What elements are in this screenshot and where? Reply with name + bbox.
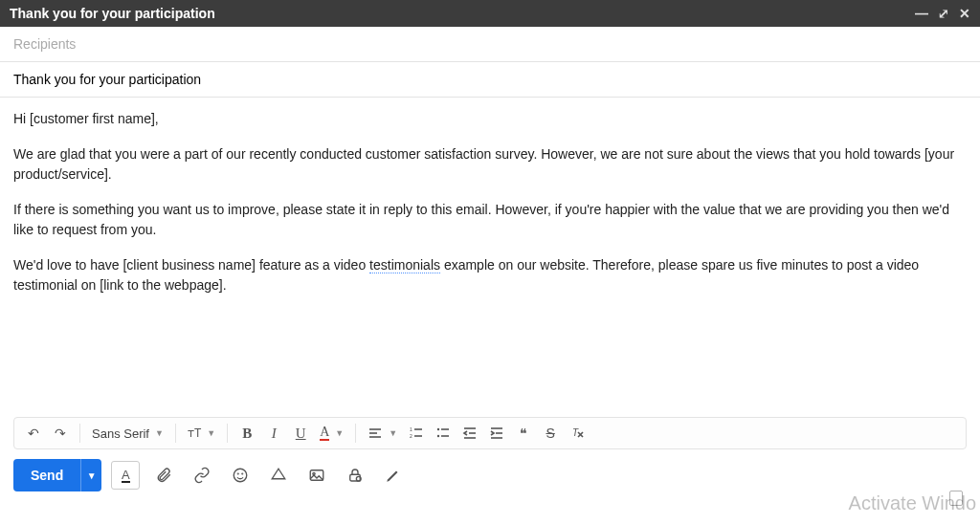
send-more-dropdown[interactable]: ▼ [80, 459, 101, 491]
svg-point-21 [238, 473, 239, 474]
body-paragraph: If there is something you want us to imp… [13, 200, 967, 240]
svg-text:1: 1 [410, 426, 412, 432]
compose-titlebar: Thank you for your participation — ⤢ ✕ [0, 0, 980, 27]
chevron-down-icon: ▼ [389, 428, 397, 438]
recipients-field[interactable]: Recipients [0, 27, 980, 62]
align-icon [368, 426, 383, 441]
numbered-list-button[interactable]: 12 [403, 420, 430, 447]
minimize-icon[interactable]: — [915, 6, 928, 21]
image-icon [308, 467, 325, 484]
attach-file-button[interactable] [149, 461, 178, 490]
redo-button[interactable]: ↷ [47, 420, 74, 447]
subject-field[interactable]: Thank you for your participation [0, 62, 980, 98]
numbered-list-icon: 12 [409, 426, 424, 441]
svg-point-22 [242, 473, 243, 474]
bulleted-list-button[interactable] [430, 420, 457, 447]
align-dropdown[interactable]: ▼ [362, 420, 403, 447]
send-split-button: Send ▼ [13, 459, 101, 491]
email-body[interactable]: Hi [customer first name], We are glad th… [0, 98, 980, 413]
chevron-down-icon: ▼ [155, 428, 164, 438]
paperclip-icon [155, 467, 172, 484]
body-paragraph: We'd love to have [client business name]… [13, 255, 967, 295]
underline-button[interactable]: U [287, 420, 314, 447]
action-bar: Send ▼ A [13, 459, 967, 491]
font-name-label: Sans Serif [92, 426, 149, 441]
svg-point-20 [234, 469, 247, 482]
font-size-dropdown[interactable]: ᴛT ▼ [182, 420, 221, 447]
indent-less-button[interactable] [457, 420, 483, 447]
undo-button[interactable]: ↶ [20, 420, 47, 447]
insert-emoji-button[interactable] [226, 461, 255, 490]
strikethrough-button[interactable]: S [537, 420, 564, 447]
window-controls: — ⤢ ✕ [915, 6, 970, 21]
confidential-mode-button[interactable] [341, 461, 369, 490]
pen-icon [385, 467, 402, 484]
quote-button[interactable]: ❝ [510, 420, 537, 447]
text-icon: A [122, 469, 130, 483]
text-color-icon: A [320, 426, 329, 441]
bulleted-list-icon [435, 426, 451, 441]
svg-text:2: 2 [410, 433, 412, 439]
insert-signature-button[interactable] [379, 461, 408, 490]
close-icon[interactable]: ✕ [959, 6, 970, 21]
font-size-icon: ᴛT [188, 426, 201, 440]
link-icon [193, 467, 211, 484]
spellcheck-word[interactable]: testimonials [369, 257, 440, 273]
trash-icon[interactable] [949, 491, 963, 506]
svg-point-7 [437, 428, 439, 430]
body-text: We'd love to have [client business name]… [13, 257, 369, 273]
remove-format-icon: T [569, 426, 585, 441]
chevron-down-icon: ▼ [207, 428, 215, 438]
svg-rect-26 [350, 474, 361, 481]
remove-formatting-button[interactable]: T [564, 420, 590, 447]
formatting-options-button[interactable]: A [111, 461, 140, 490]
window-title: Thank you for your participation [10, 6, 215, 21]
lock-clock-icon [346, 467, 364, 484]
formatting-toolbar: ↶ ↷ Sans Serif ▼ ᴛT ▼ B I U A ▼ ▼ 12 [13, 417, 967, 449]
body-paragraph: Hi [customer first name], [13, 109, 967, 129]
font-family-dropdown[interactable]: Sans Serif ▼ [86, 420, 169, 447]
svg-point-8 [437, 435, 439, 437]
italic-button[interactable]: I [260, 420, 287, 447]
insert-link-button[interactable] [188, 461, 216, 490]
bold-button[interactable]: B [234, 420, 260, 447]
expand-icon[interactable]: ⤢ [938, 6, 949, 21]
send-button[interactable]: Send [13, 459, 80, 491]
smiley-icon [232, 467, 249, 484]
svg-marker-23 [272, 469, 285, 479]
drive-icon [270, 467, 287, 484]
indent-more-button[interactable] [483, 420, 510, 447]
body-paragraph: We are glad that you were a part of our … [13, 144, 967, 185]
indent-more-icon [489, 426, 504, 441]
chevron-down-icon: ▼ [335, 428, 344, 438]
insert-photo-button[interactable] [302, 461, 331, 490]
indent-less-icon [462, 426, 478, 441]
text-color-button[interactable]: A ▼ [314, 420, 349, 447]
insert-drive-button[interactable] [264, 461, 293, 490]
